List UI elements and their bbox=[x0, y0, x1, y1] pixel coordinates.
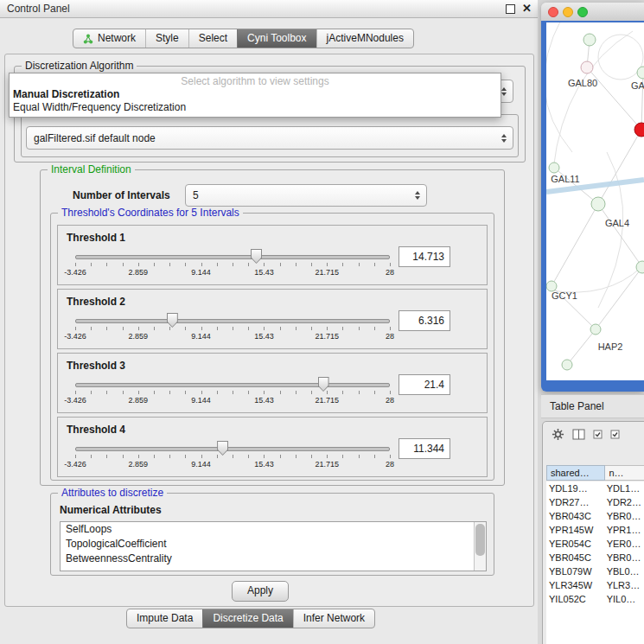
network-node[interactable] bbox=[591, 197, 605, 211]
checkbox-icon[interactable] bbox=[593, 430, 603, 439]
threshold-slider[interactable]: -3.4262.8599.14415.4321.71528 bbox=[75, 440, 390, 473]
table-body: YDL19…YDL1…YDR27…YDR2…YBR043CYBR0…YPR145… bbox=[546, 481, 644, 644]
network-view-window: GAL80GAGAL11GAL4GCY1HAP2 bbox=[541, 3, 644, 392]
gear-icon[interactable] bbox=[552, 428, 564, 441]
list-item[interactable]: TopologicalCoefficient bbox=[61, 537, 486, 552]
scrollbar[interactable] bbox=[474, 522, 486, 571]
network-node[interactable] bbox=[562, 360, 572, 370]
group-title: Discretization Algorithm bbox=[22, 60, 137, 72]
table-data-combobox[interactable]: galFiltered.sif default node bbox=[26, 126, 513, 150]
number-of-intervals-combobox[interactable]: 5 bbox=[185, 184, 427, 207]
table-row[interactable]: YER054CYER0… bbox=[546, 537, 644, 551]
scrollbar-thumb[interactable] bbox=[475, 524, 485, 556]
threshold-value-field[interactable]: 6.316 bbox=[399, 310, 450, 331]
close-traffic-light-icon[interactable] bbox=[548, 7, 558, 17]
threshold-label: Threshold 2 bbox=[67, 296, 125, 308]
zoom-traffic-light-icon[interactable] bbox=[577, 7, 588, 17]
float-window-icon[interactable] bbox=[506, 4, 515, 14]
tick-label: -3.426 bbox=[64, 460, 86, 469]
slider-thumb[interactable] bbox=[318, 377, 329, 392]
slider-track[interactable] bbox=[75, 383, 390, 387]
tab-label: Style bbox=[156, 29, 179, 48]
table-cell: YBL0… bbox=[604, 564, 644, 578]
network-canvas[interactable]: GAL80GAGAL11GAL4GCY1HAP2 bbox=[546, 22, 644, 380]
tab-impute-data[interactable]: Impute Data bbox=[127, 609, 202, 628]
tick-label: 9.144 bbox=[191, 460, 211, 469]
threshold-panel-1: Threshold 1 -3.4262.8599.14415.4321.7152… bbox=[57, 225, 488, 285]
top-tabstrip: Network Style Select Cyni Toolbox jActiv… bbox=[73, 29, 414, 48]
network-node[interactable] bbox=[636, 261, 644, 273]
dropdown-placeholder-option[interactable]: Select algorithm to view settings bbox=[10, 75, 501, 87]
threshold-slider[interactable]: -3.4262.8599.14415.4321.71528 bbox=[75, 312, 390, 345]
tab-label: Network bbox=[98, 29, 136, 48]
numerical-attributes-label: Numerical Attributes bbox=[60, 504, 162, 516]
threshold-label: Threshold 3 bbox=[67, 360, 125, 372]
threshold-slider[interactable]: -3.4262.8599.14415.4321.71528 bbox=[75, 248, 390, 281]
column-header-name[interactable]: n… bbox=[605, 465, 644, 481]
table-row[interactable]: YPR145WYPR1… bbox=[546, 523, 644, 537]
network-node[interactable] bbox=[634, 123, 644, 137]
combo-arrows-icon bbox=[501, 87, 507, 96]
threshold-value-field[interactable]: 21.4 bbox=[399, 374, 450, 395]
network-node[interactable] bbox=[583, 34, 596, 46]
minimize-traffic-light-icon[interactable] bbox=[563, 7, 573, 17]
tab-network[interactable]: Network bbox=[73, 29, 145, 48]
tab-style[interactable]: Style bbox=[145, 29, 188, 48]
table-panel-bar[interactable]: Table Panel bbox=[541, 394, 644, 418]
table-row[interactable]: YBR045CYBR0… bbox=[546, 551, 644, 564]
tab-cyni-toolbox[interactable]: Cyni Toolbox bbox=[237, 29, 316, 48]
column-header-shared-name[interactable]: shared… bbox=[546, 465, 605, 481]
network-node[interactable] bbox=[549, 163, 559, 173]
table-row[interactable]: YDL19…YDL1… bbox=[546, 481, 644, 495]
slider-tickmarks bbox=[75, 455, 390, 459]
slider-thumb[interactable] bbox=[217, 441, 228, 456]
slider-thumb[interactable] bbox=[251, 249, 262, 264]
table-row[interactable]: YBL079WYBL0… bbox=[546, 564, 644, 578]
network-node-label: GA bbox=[631, 80, 644, 91]
tab-label: Cyni Toolbox bbox=[247, 29, 306, 48]
tab-discretize-data[interactable]: Discretize Data bbox=[202, 609, 292, 628]
numerical-attributes-list[interactable]: SelfLoopsTopologicalCoefficientBetweenne… bbox=[60, 521, 487, 571]
threshold-value-field[interactable]: 11.344 bbox=[399, 438, 450, 459]
slider-thumb[interactable] bbox=[167, 313, 178, 328]
tab-jactivemnodules[interactable]: jActiveMNodules bbox=[316, 29, 413, 48]
table-panel-title: Table Panel bbox=[550, 400, 604, 412]
table-cell: YPR1… bbox=[604, 523, 644, 537]
table-row[interactable]: YDR27…YDR2… bbox=[546, 495, 644, 509]
network-window-titlebar bbox=[541, 3, 644, 22]
apply-button[interactable]: Apply bbox=[232, 581, 289, 602]
slider-tick-labels: -3.4262.8599.14415.4321.71528 bbox=[75, 268, 390, 277]
list-item[interactable]: BetweennessCentrality bbox=[61, 552, 486, 566]
network-node[interactable] bbox=[590, 324, 601, 335]
tick-label: 9.144 bbox=[191, 268, 211, 277]
network-node-label: GAL11 bbox=[551, 174, 579, 184]
table-row[interactable]: YIL052CYIL0… bbox=[546, 592, 644, 606]
network-node[interactable] bbox=[637, 67, 644, 79]
tick-label: 28 bbox=[386, 268, 394, 277]
tick-label: 28 bbox=[386, 396, 394, 405]
slider-track[interactable] bbox=[75, 447, 390, 451]
table-cell: YLR345W bbox=[546, 578, 604, 592]
attributes-group: Attributes to discretize Numerical Attri… bbox=[50, 493, 494, 576]
network-node[interactable] bbox=[581, 61, 593, 73]
table-cell: YDL1… bbox=[604, 481, 644, 495]
table-row[interactable]: YLR345WYLR3… bbox=[546, 578, 644, 592]
dropdown-option-equal-width-frequency[interactable]: Equal Width/Frequency Discretization bbox=[13, 101, 186, 113]
list-item[interactable]: SelfLoops bbox=[61, 522, 486, 537]
slider-tickmarks bbox=[75, 391, 390, 395]
combo-arrows-icon bbox=[415, 191, 420, 200]
checkbox-icon[interactable] bbox=[610, 430, 620, 439]
table-cell: YLR3… bbox=[604, 578, 644, 592]
threshold-value-field[interactable]: 14.713 bbox=[399, 246, 450, 267]
threshold-slider[interactable]: -3.4262.8599.14415.4321.71528 bbox=[75, 376, 390, 409]
table-row[interactable]: YBR043CYBR0… bbox=[546, 509, 644, 523]
table-cell: YBR043C bbox=[546, 509, 604, 523]
dropdown-option-manual-discretization[interactable]: Manual Discretization bbox=[13, 88, 119, 100]
slider-track[interactable] bbox=[75, 319, 390, 323]
tick-label: 2.859 bbox=[129, 460, 149, 469]
tab-select[interactable]: Select bbox=[188, 29, 237, 48]
slider-track[interactable] bbox=[75, 255, 390, 259]
close-icon[interactable]: ✕ bbox=[522, 2, 532, 15]
tab-infer-network[interactable]: Infer Network bbox=[293, 609, 374, 628]
columns-icon[interactable] bbox=[572, 429, 585, 440]
